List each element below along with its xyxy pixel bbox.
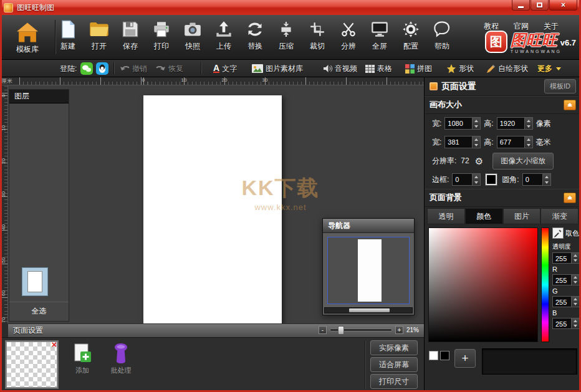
wechat-login-button[interactable] — [80, 62, 93, 75]
close-button[interactable]: × — [549, 0, 577, 11]
zoom-slider-thumb[interactable] — [338, 326, 344, 335]
add-page-button[interactable]: 添加 — [65, 343, 100, 375]
tab-transparent[interactable]: 透明 — [427, 208, 465, 224]
tab-gradient[interactable]: 渐变 — [540, 208, 579, 224]
fullscreen-button[interactable]: 全屏 — [364, 17, 395, 57]
zoom-slider[interactable] — [330, 328, 392, 332]
spinner-arrows[interactable] — [524, 118, 532, 129]
green-input[interactable]: 255 — [552, 296, 580, 307]
width-mm-input[interactable]: 381 — [444, 136, 481, 148]
audio-video-button[interactable]: 音视频 — [323, 60, 357, 77]
collapse-section-button[interactable] — [564, 193, 576, 203]
add-swatch-button[interactable]: + — [454, 349, 476, 368]
eyedropper-button[interactable]: 取色 — [552, 227, 580, 239]
batch-process-button[interactable]: 批处理 — [103, 343, 138, 375]
zoom-out-button[interactable]: - — [319, 326, 327, 334]
opacity-input[interactable]: 255 — [552, 252, 580, 264]
maximize-button[interactable] — [531, 0, 549, 11]
navigator-view-rectangle[interactable] — [327, 237, 410, 304]
help-button[interactable]: 帮助 — [426, 17, 458, 57]
more-button[interactable]: 更多 — [537, 60, 561, 77]
save-button[interactable]: 保存 — [115, 17, 146, 57]
save-floppy-icon — [122, 17, 139, 41]
shape-tool-button[interactable]: 形状 — [446, 60, 474, 77]
spinner-arrows[interactable] — [542, 174, 550, 185]
compress-button[interactable]: 压缩 — [271, 17, 302, 57]
height-mm-input[interactable]: 677 — [497, 136, 533, 148]
settings-button[interactable]: 配置 — [395, 17, 426, 57]
width-px-input[interactable]: 1080 — [444, 117, 481, 130]
ruler-number: 20 — [1, 155, 6, 168]
swatch-area: + — [425, 346, 581, 380]
spinner-arrows[interactable] — [571, 318, 579, 328]
navigator-scrollbar[interactable] — [324, 307, 413, 313]
page-settings-icon — [430, 82, 438, 90]
navigator-scrollbar-thumb[interactable] — [349, 308, 389, 312]
spinner-arrows[interactable] — [472, 118, 480, 129]
image-library-button[interactable]: 图片素材库 — [252, 60, 303, 77]
white-swatch[interactable] — [429, 351, 438, 360]
freehand-shape-button[interactable]: 自绘形状 — [486, 60, 528, 77]
text-tool-button[interactable]: A 文字 — [213, 60, 237, 77]
pages-panel: × 添加 批处理 实际像素 适合屏幕 打印尺寸 — [0, 337, 424, 392]
fit-screen-button[interactable]: 适合屏幕 — [370, 357, 418, 372]
replace-button[interactable]: 替换 — [239, 17, 271, 57]
resolution-value: 72 — [461, 156, 469, 165]
navigator-title[interactable]: 导航器 — [323, 219, 414, 233]
template-id-button[interactable]: 模板ID — [544, 79, 576, 93]
toolbar-label: 上传 — [216, 41, 231, 52]
upload-button[interactable]: 上传 — [208, 17, 239, 57]
collapse-section-button[interactable] — [564, 100, 576, 110]
eyedropper-label: 取色 — [565, 229, 579, 238]
open-button[interactable]: 打开 — [84, 17, 115, 57]
select-all-button[interactable]: 全选 — [9, 306, 69, 317]
image-resize-button[interactable]: 图像大小缩放 — [492, 153, 554, 170]
height-label: 高: — [484, 137, 493, 148]
snapshot-button[interactable]: 快照 — [177, 17, 208, 57]
spinner-arrows[interactable] — [571, 275, 579, 285]
blue-label: B — [552, 309, 580, 317]
zoom-in-button[interactable]: + — [395, 326, 403, 334]
spinner-arrows[interactable] — [571, 297, 579, 307]
undo-button[interactable]: 撤销 — [120, 60, 147, 77]
red-input[interactable]: 255 — [552, 274, 580, 285]
canvas-page[interactable] — [143, 95, 282, 323]
resolution-gear-icon[interactable]: ⚙ — [475, 156, 483, 166]
qq-login-button[interactable] — [96, 62, 108, 75]
ruler-number: 0 — [1, 90, 6, 102]
spinner-arrows[interactable] — [571, 253, 579, 263]
spinner-arrows[interactable] — [524, 136, 532, 148]
puzzle-tool-button[interactable]: 拼图 — [405, 60, 432, 77]
height-px-input[interactable]: 1920 — [497, 117, 533, 130]
minimize-button[interactable] — [512, 0, 530, 11]
split-button[interactable]: 分辨 — [333, 17, 364, 57]
print-size-button[interactable]: 打印尺寸 — [370, 374, 418, 389]
print-button[interactable]: 打印 — [146, 17, 177, 57]
hue-slider[interactable] — [541, 227, 549, 342]
spinner-arrows[interactable] — [472, 174, 480, 185]
template-library-button[interactable]: 模板库 — [4, 17, 51, 57]
black-swatch[interactable] — [440, 351, 449, 360]
crop-button[interactable]: 裁切 — [302, 17, 333, 57]
page-thumbnail[interactable]: × — [6, 342, 57, 388]
tab-image[interactable]: 图片 — [503, 208, 541, 224]
actual-pixels-button[interactable]: 实际像素 — [370, 340, 418, 355]
border-color-swatch[interactable] — [486, 174, 497, 185]
tab-color[interactable]: 颜色 — [465, 208, 503, 224]
layer-item[interactable] — [22, 267, 48, 296]
saturation-value-field[interactable] — [428, 227, 538, 342]
delete-page-icon[interactable]: × — [52, 341, 57, 348]
table-tool-button[interactable]: 表格 — [365, 60, 392, 77]
logo-version: v6.7 — [560, 38, 576, 47]
custom-swatches-well[interactable] — [482, 348, 577, 375]
title-bar[interactable]: 图旺旺制图 × — [0, 0, 581, 15]
border-input[interactable]: 0 — [452, 173, 481, 186]
toolbar-label: 保存 — [123, 41, 138, 52]
spinner-arrows[interactable] — [472, 136, 480, 148]
app-window: 图旺旺制图 × 模板库 新建 打开 保存 — [0, 0, 581, 392]
template-library-label: 模板库 — [16, 44, 39, 55]
radius-input[interactable]: 0 — [522, 173, 551, 186]
blue-input[interactable]: 255 — [552, 318, 580, 329]
new-button[interactable]: 新建 — [52, 17, 84, 57]
redo-button[interactable]: 恢复 — [156, 60, 183, 77]
